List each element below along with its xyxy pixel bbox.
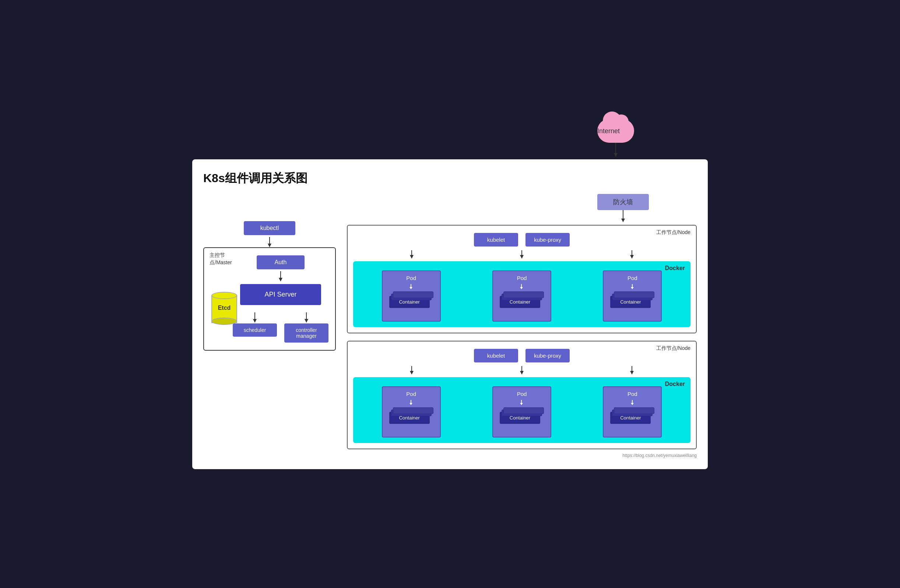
worker1-pod-3: Pod Container: [603, 271, 662, 322]
worker1-label: 工作节点/Node: [656, 229, 691, 236]
worker1-pod1-label: Pod: [386, 275, 436, 281]
worker1-docker-label: Docker: [665, 265, 685, 272]
svg-marker-33: [520, 403, 523, 405]
etcd-cylinder: Etcd: [211, 292, 237, 325]
worker1-kubelet-box: kubelet: [474, 233, 518, 246]
svg-marker-31: [410, 403, 413, 405]
worker1-kube-proxy-label: kube-proxy: [534, 237, 561, 243]
worker2-label: 工作节点/Node: [656, 345, 691, 352]
worker2-kubelet-box: kubelet: [474, 349, 518, 362]
cloud-shape: Internet: [597, 119, 634, 143]
svg-marker-13: [410, 255, 414, 259]
svg-marker-9: [253, 319, 257, 323]
worker1-docker-area: Docker Pod: [353, 261, 691, 327]
worker2-pod2-label: Pod: [497, 391, 547, 397]
svg-marker-7: [279, 278, 282, 282]
worker1-pod-2: Pod Container: [492, 271, 551, 322]
footer-url: https://blog.csdn.net/yemuxiaweilliang: [203, 453, 697, 458]
worker2-pod1-container-stack: Container: [389, 407, 433, 433]
master-label: 主控节 点/Master: [209, 252, 232, 266]
worker1-pod-1: Pod Container: [382, 271, 441, 322]
worker1-pod3-label: Pod: [607, 275, 657, 281]
worker2-pod-1: Pod Container: [382, 386, 441, 438]
svg-marker-25: [410, 371, 414, 374]
worker1-pod2-container-stack: Container: [500, 291, 544, 317]
etcd-bottom: [211, 317, 237, 325]
scheduler-box: scheduler: [233, 323, 277, 337]
api-server-box: API Server: [240, 284, 321, 305]
controller-manager-label: controller manager: [296, 327, 317, 339]
kubectl-label: kubectl: [260, 225, 279, 231]
worker2-pod3-container-3: [614, 407, 654, 414]
worker2-pod2-container-stack: Container: [500, 407, 544, 433]
internet-area: Internet: [192, 119, 708, 158]
controller-manager-box: controller manager: [284, 323, 329, 343]
svg-marker-29: [630, 371, 634, 374]
worker-node-2: 工作节点/Node kubelet kube-proxy: [347, 341, 697, 449]
footer-url-text: https://blog.csdn.net/yemuxiaweilliang: [623, 453, 697, 458]
right-section: 工作节点/Node kubelet kube-proxy: [347, 225, 697, 449]
firewall-box: 防火墙: [597, 194, 649, 210]
svg-marker-15: [520, 255, 524, 259]
svg-marker-11: [304, 319, 308, 323]
worker1-pod1-container-stack: Container: [389, 291, 433, 317]
svg-marker-27: [520, 371, 524, 374]
etcd-label: Etcd: [218, 305, 231, 311]
auth-box: Auth: [257, 255, 304, 269]
kubectl-box: kubectl: [244, 221, 295, 235]
api-server-label: API Server: [264, 291, 296, 298]
main-card: K8s组件调用关系图 防火墙: [192, 159, 708, 469]
worker2-pod3-container-stack: Container: [610, 407, 654, 433]
worker2-top-row: kubelet kube-proxy: [353, 347, 691, 362]
internet-label: Internet: [597, 127, 620, 135]
worker1-pod1-container-3: [393, 291, 433, 298]
worker1-pod3-container-stack: Container: [610, 291, 654, 317]
worker1-kubelet-label: kubelet: [487, 237, 505, 243]
worker1-kube-proxy-box: kube-proxy: [526, 233, 569, 246]
page-title: K8s组件调用关系图: [203, 170, 697, 187]
worker-node-1: 工作节点/Node kubelet kube-proxy: [347, 225, 697, 333]
outer-wrapper: Internet K8s组件调用关系图 防火墙: [192, 119, 708, 469]
worker1-pods-row: Pod Container: [358, 267, 685, 322]
worker1-pod2-label: Pod: [497, 275, 547, 281]
worker2-pod-2: Pod Container: [492, 386, 551, 438]
firewall-label: 防火墙: [613, 198, 633, 206]
etcd-container: Etcd: [211, 292, 237, 325]
worker2-kube-proxy-label: kube-proxy: [534, 353, 561, 359]
worker2-pods-row: Pod Container: [358, 383, 685, 438]
worker2-pod3-label: Pod: [607, 391, 657, 397]
auth-label: Auth: [275, 259, 287, 265]
worker1-pod2-container-3: [503, 291, 544, 298]
worker2-kube-proxy-box: kube-proxy: [526, 349, 569, 362]
worker2-kubelet-label: kubelet: [487, 353, 505, 359]
worker2-docker-area: Docker Pod: [353, 377, 691, 443]
master-section: 主控节 点/Master Etcd: [203, 247, 336, 351]
svg-marker-21: [520, 287, 523, 289]
svg-marker-3: [621, 218, 625, 222]
scheduler-label: scheduler: [244, 327, 266, 333]
internet-cloud: Internet: [597, 119, 634, 158]
svg-marker-35: [631, 403, 634, 405]
diagram-area: kubectl 主控节 点/Master: [203, 225, 697, 449]
svg-marker-5: [268, 244, 272, 247]
svg-marker-23: [631, 287, 634, 289]
worker2-pod1-container-3: [393, 407, 433, 414]
worker2-docker-label: Docker: [665, 381, 685, 387]
worker2-pod2-container-3: [503, 407, 544, 414]
svg-marker-17: [630, 255, 634, 259]
worker1-pod3-container-3: [614, 291, 654, 298]
svg-marker-1: [614, 153, 618, 157]
etcd-top: [211, 292, 237, 299]
worker2-pod-3: Pod Container: [603, 386, 662, 438]
worker2-pod1-label: Pod: [386, 391, 436, 397]
svg-marker-19: [410, 287, 413, 289]
diagram-wrapper: 防火墙 kubectl: [203, 194, 697, 458]
worker1-top-row: kubelet kube-proxy: [353, 231, 691, 246]
